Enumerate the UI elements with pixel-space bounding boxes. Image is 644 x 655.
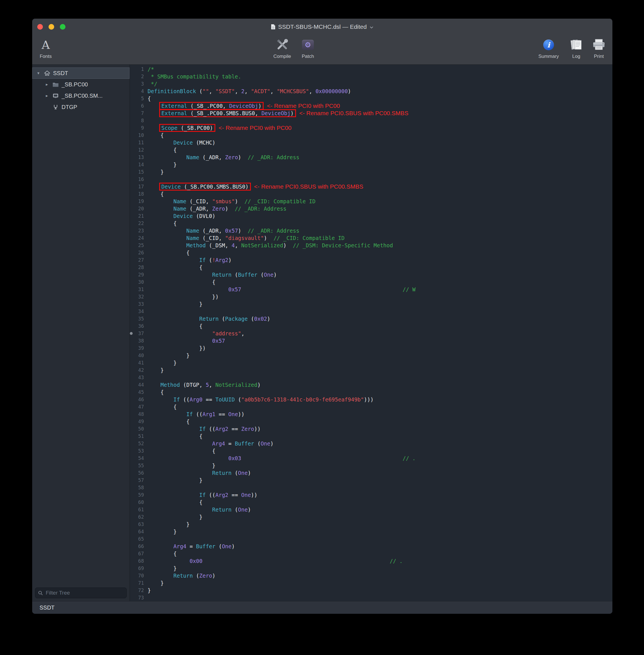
code-line-text: Arg4 = Buffer (One) xyxy=(147,543,613,550)
code-line: 60 { xyxy=(130,499,613,506)
code-token xyxy=(147,103,161,109)
sidebar-item-dtgp[interactable]: DTGP xyxy=(32,101,130,113)
code-token: == xyxy=(228,492,241,498)
code-token: // . xyxy=(403,455,416,461)
code-token: } xyxy=(147,565,177,571)
code-line-text: * SMBus compatibility table. xyxy=(147,73,613,80)
disclosure-triangle-icon[interactable]: ▸ xyxy=(44,93,50,98)
code-line: 15 } xyxy=(130,168,613,176)
code-token xyxy=(147,286,228,293)
line-number: 68 xyxy=(130,557,147,565)
summary-info-icon: i xyxy=(543,40,554,50)
code-token: 0x57 xyxy=(225,228,238,234)
code-line-text: { xyxy=(147,220,613,227)
code-token xyxy=(147,257,199,263)
print-button[interactable]: Print xyxy=(589,37,609,59)
code-line-text: 0x00 // . xyxy=(147,557,613,565)
code-token: } xyxy=(147,580,164,586)
code-line: 69 } xyxy=(130,565,613,572)
code-line: 47 { xyxy=(130,403,613,410)
code-token: }) xyxy=(147,294,219,300)
code-line: 39 }) xyxy=(130,344,613,352)
code-line-text: { xyxy=(147,403,613,410)
line-number: 32 xyxy=(130,293,147,300)
code-token: "address" xyxy=(212,330,241,337)
rename-annotation: <- Rename PCI0.SBUS with PC00.SMBS xyxy=(296,110,409,116)
code-token: Arg4 xyxy=(212,441,225,447)
code-line: 65 xyxy=(130,535,613,543)
code-token: ( xyxy=(219,316,225,322)
line-number: 16 xyxy=(130,176,147,183)
code-token: // _ADR: Address xyxy=(248,154,299,160)
code-line-text: } xyxy=(147,513,613,521)
code-token: External xyxy=(161,103,187,109)
print-icon xyxy=(592,37,606,53)
window-title-text: SSDT-SBUS-MCHC.dsl — Edited xyxy=(278,23,367,30)
code-line: 70 Return (Zero) xyxy=(130,572,613,579)
code-line-text: { xyxy=(147,132,613,139)
code-token: DeviceObj xyxy=(261,110,291,116)
line-number: 42 xyxy=(130,366,147,374)
code-token: (DTGP, xyxy=(180,382,206,388)
code-line: 62 } xyxy=(130,513,613,521)
rename-highlight-box: Scope (_SB.PC00) xyxy=(159,124,215,132)
fonts-button[interactable]: A Fonts xyxy=(36,37,56,59)
code-token: ( xyxy=(257,272,264,278)
code-token xyxy=(147,330,212,337)
code-lines: 1/*2 * SMBus compatibility table.3 */4De… xyxy=(130,66,613,601)
sidebar-item-sb-pc00[interactable]: ▸_SB.PC00 xyxy=(32,79,130,90)
code-line: 51 { xyxy=(130,432,613,440)
code-token: // W xyxy=(403,286,416,293)
code-token: { xyxy=(147,404,177,410)
summary-button[interactable]: i Summary xyxy=(534,37,563,59)
code-line: 43 xyxy=(130,374,613,381)
patch-button[interactable]: ⚙ Patch xyxy=(297,37,319,59)
code-token xyxy=(147,492,199,498)
code-line: 35 Return (Package (0x02) xyxy=(130,315,613,322)
title-chevron-icon[interactable] xyxy=(369,26,374,29)
code-token xyxy=(147,139,174,146)
code-token: // _CID: Compatible ID xyxy=(245,198,316,204)
code-line-text: } xyxy=(147,528,613,535)
status-bar: SSDT xyxy=(32,601,613,614)
status-path: SSDT xyxy=(40,605,54,611)
code-line: 33 } xyxy=(130,300,613,308)
titlebar[interactable]: SSDT-SBUS-MCHC.dsl — Edited xyxy=(32,19,613,35)
code-token: If xyxy=(199,492,206,498)
code-token: { xyxy=(147,132,164,138)
line-number: 58 xyxy=(130,484,147,491)
compile-button[interactable]: Compile xyxy=(270,37,295,59)
disclosure-triangle-icon[interactable]: ▾ xyxy=(36,71,41,76)
sidebar-item-ssdt[interactable]: ▾SSDT xyxy=(32,67,130,79)
home-icon xyxy=(44,70,50,76)
code-token xyxy=(147,198,174,204)
code-line: 19 Name (_CID, "smbus") // _CID: Compati… xyxy=(130,198,613,205)
code-line-text: } xyxy=(147,352,613,359)
disclosure-triangle-icon[interactable]: ▸ xyxy=(44,82,50,87)
code-line: 9 Scope (_SB.PC00) <- Rename PCI0 with P… xyxy=(130,124,613,132)
code-line-text xyxy=(147,117,613,124)
line-number: 19 xyxy=(130,198,147,205)
code-line: 59 If ((Arg2 == One)) xyxy=(130,491,613,499)
line-number: 40 xyxy=(130,352,147,359)
code-token: { xyxy=(147,95,151,101)
code-token: // _DSM: Device-Specific Method xyxy=(293,242,393,248)
code-line: 48 If ((Arg1 == One)) xyxy=(130,410,613,418)
filter-input[interactable] xyxy=(45,589,123,596)
code-line-text: { xyxy=(147,388,613,396)
code-token: Buffer xyxy=(238,272,257,278)
code-token: )) xyxy=(251,492,257,498)
code-editor[interactable]: 1/*2 * SMBus compatibility table.3 */4De… xyxy=(130,65,613,601)
code-line: 53 { xyxy=(130,447,613,455)
log-button[interactable]: Log xyxy=(568,37,585,59)
code-token: == xyxy=(215,411,228,417)
code-token: ) xyxy=(267,316,270,322)
code-line-text: } xyxy=(147,366,613,374)
filter-field[interactable] xyxy=(35,588,127,598)
code-line: 4DefinitionBlock ("", "SSDT", 2, "ACDT",… xyxy=(130,88,613,95)
code-line: 29 Return (Buffer (One) xyxy=(130,271,613,278)
sidebar-item-sb-pc00-sm[interactable]: ▸_SB.PC00.SM... xyxy=(32,90,130,101)
code-line-text: { xyxy=(147,146,613,154)
code-token: "diagsvault" xyxy=(225,235,264,241)
code-line-text: { xyxy=(147,322,613,330)
